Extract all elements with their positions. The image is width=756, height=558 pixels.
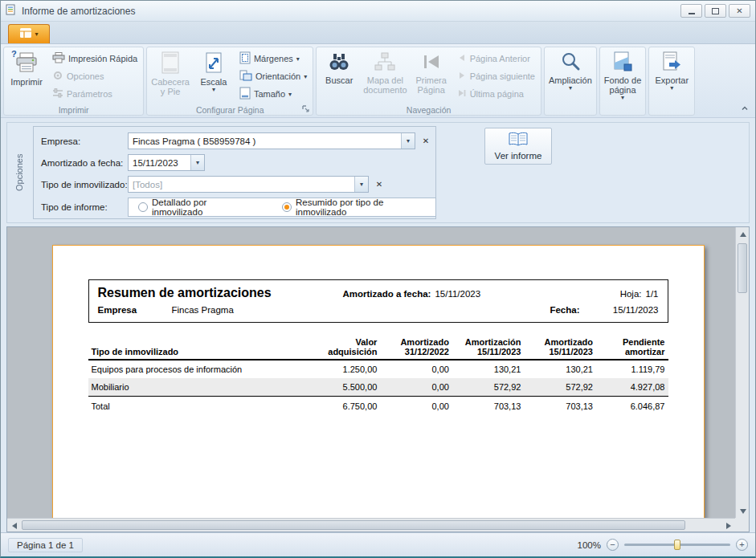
tipo-inmovilizado-combobox[interactable]: [Todos] ▾ [128, 176, 369, 193]
col-valor-adquisicion: Valor adquisición [309, 336, 381, 360]
horizontal-scroll-thumb[interactable] [22, 520, 685, 530]
scroll-left-button[interactable] [7, 519, 21, 532]
quick-print-label: Impresión Rápida [68, 54, 137, 63]
clear-icon: ✕ [423, 136, 429, 145]
table-row: Mobiliario 5.500,00 0,00 572,92 572,92 4… [88, 378, 668, 397]
size-button[interactable]: Tamaño ▾ [235, 86, 311, 102]
next-page-label: Página siguiente [470, 71, 535, 81]
maximize-button[interactable] [705, 4, 726, 18]
cell: Total [88, 397, 309, 416]
radio-resumido[interactable]: Resumido por tipo de inmovilizado [282, 198, 426, 217]
cell: 0,00 [380, 397, 452, 416]
previous-page-icon [457, 53, 467, 64]
table-header-row: Tipo de inmovilizado Valor adquisición A… [88, 336, 668, 360]
amortizado-fecha-label: Amortizado a fecha: [41, 158, 128, 168]
maximize-icon [712, 8, 719, 14]
zoom-slider[interactable] [624, 538, 730, 552]
tipo-dropdown-button[interactable]: ▾ [354, 177, 368, 192]
zoom-out-button[interactable]: − [607, 539, 619, 551]
chevron-up-icon [741, 105, 749, 112]
ribbon-group-fondo-pagina: Fondo de página ▾ [599, 47, 646, 116]
ribbon: ? Imprimir Impresión Rápida Opciones [1, 44, 755, 118]
scale-button[interactable]: Escala ▾ [193, 48, 235, 104]
zoom-percentage: 100% [578, 540, 601, 550]
cell: 0,00 [380, 378, 452, 397]
app-menu-icon [19, 27, 32, 42]
table-total-row: Total 6.750,00 0,00 703,13 703,13 6.046,… [88, 397, 668, 416]
tipo-clear-button[interactable]: ✕ [372, 177, 386, 193]
col-amortizado-2023: Amortizado 15/11/2023 [524, 336, 596, 360]
binoculars-icon [328, 51, 350, 74]
zoom-slider-thumb[interactable] [674, 540, 680, 550]
print-parameters-label: Parámetros [67, 89, 112, 99]
tipo-inmovilizado-label: Tipo de inmovilizado: [41, 180, 128, 189]
radio-detallado[interactable]: Detallado por inmovilizado [138, 198, 251, 217]
last-page-label: Última página [470, 89, 524, 99]
margins-button[interactable]: Márgenes ▾ [235, 51, 311, 67]
options-panel-tab[interactable]: Opciones [12, 126, 27, 219]
orientation-icon [239, 69, 252, 83]
scroll-down-button[interactable] [736, 504, 750, 518]
chevron-down-icon: ▾ [35, 31, 38, 38]
empresa-combobox[interactable]: Fincas Pragma ( B58959784 ) ▾ [128, 132, 415, 149]
chevron-down-icon: ▾ [670, 85, 673, 91]
cell: 6.750,00 [309, 397, 381, 416]
cell: 572,92 [524, 378, 596, 397]
scroll-up-button[interactable] [736, 227, 750, 241]
fecha-dropdown-button[interactable]: ▾ [190, 155, 204, 170]
scale-icon [203, 51, 224, 75]
last-page-button: Última página [453, 86, 539, 102]
empresa-value: Fincas Pragma ( B58959784 ) [129, 136, 401, 146]
export-button[interactable]: Exportar ▾ [651, 48, 693, 104]
minus-icon: − [610, 540, 615, 549]
close-button[interactable]: ✕ [729, 4, 750, 18]
minimize-button[interactable] [680, 4, 702, 18]
vertical-scrollbar[interactable] [735, 227, 749, 518]
report-title: Resumen de amortizaciones [98, 286, 343, 300]
margins-icon [239, 51, 251, 66]
cell: 6.046,87 [596, 397, 668, 416]
collapse-ribbon-button[interactable] [738, 103, 751, 114]
application-menu-button[interactable]: ▾ [8, 24, 50, 43]
radio-selected-icon [282, 202, 292, 212]
horizontal-scrollbar[interactable] [7, 518, 735, 532]
print-label: Imprimir [10, 77, 43, 87]
empresa-clear-button[interactable]: ✕ [419, 133, 433, 149]
dialog-launcher-icon[interactable] [301, 104, 310, 113]
magnifier-icon [560, 51, 581, 74]
orientation-button[interactable]: Orientación ▾ [235, 68, 311, 84]
quick-print-button[interactable]: Impresión Rápida [48, 51, 141, 67]
ver-informe-button[interactable]: Ver informe [484, 128, 552, 165]
vertical-scroll-thumb[interactable] [738, 243, 747, 293]
tipo-informe-radiogroup: Detallado por inmovilizado Resumido por … [128, 198, 436, 217]
next-page-button: Página siguiente [453, 68, 539, 84]
tipo-informe-label: Tipo de informe: [41, 202, 128, 212]
chevron-down-icon: ▾ [407, 137, 410, 145]
group-caption-configurar: Configurar Página [149, 104, 311, 116]
chevron-down-icon: ▾ [196, 159, 199, 166]
col-tipo-inmovilizado: Tipo de inmovilizado [88, 336, 309, 360]
document-map-label: Mapa del documento [363, 75, 407, 95]
cell: 4.927,08 [596, 378, 668, 397]
report-fecha-label: Fecha: [550, 305, 579, 315]
scroll-right-button[interactable] [721, 519, 735, 532]
ver-informe-label: Ver informe [495, 151, 542, 161]
report-hoja-value: 1/1 [646, 289, 659, 299]
radio-resumido-label: Resumido por tipo de inmovilizado [296, 198, 426, 217]
amortizado-fecha-dateedit[interactable]: 15/11/2023 ▾ [128, 154, 205, 171]
report-hoja-label: Hoja: [620, 289, 642, 299]
print-button[interactable]: ? Imprimir [6, 48, 47, 104]
clear-icon: ✕ [376, 180, 382, 189]
search-label: Buscar [325, 75, 353, 85]
zoom-button[interactable]: Ampliación ▾ [546, 48, 595, 104]
zoom-in-button[interactable]: + [736, 539, 748, 551]
empresa-dropdown-button[interactable]: ▾ [401, 133, 415, 149]
export-icon [661, 51, 682, 74]
orientation-label: Orientación [255, 71, 300, 81]
search-button[interactable]: Buscar [318, 48, 360, 104]
document-map-icon [374, 51, 395, 74]
cell: 703,13 [524, 397, 596, 416]
margins-label: Márgenes [254, 54, 293, 63]
group-caption-imprimir: Imprimir [6, 104, 141, 116]
page-background-button[interactable]: Fondo de página ▾ [602, 48, 644, 104]
